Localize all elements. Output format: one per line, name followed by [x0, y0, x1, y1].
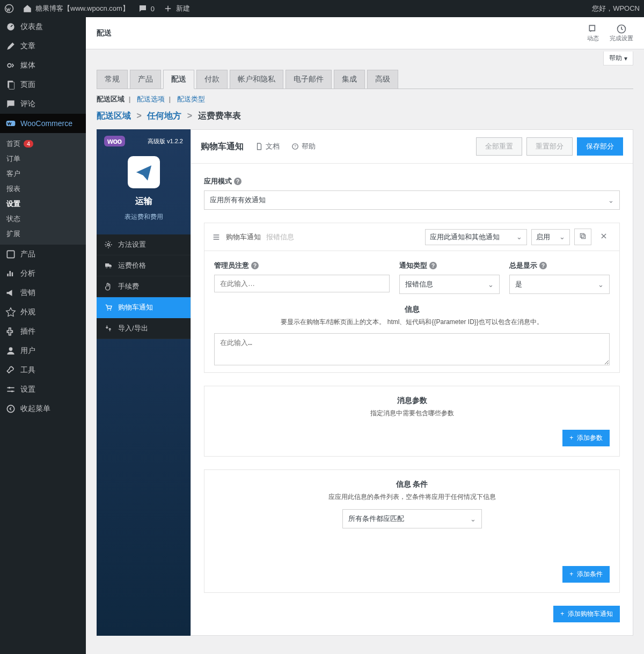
admin-menu: 仪表盘 文章 媒体 页面 评论 WooCommerce 首页4 订单 客户 报表… [0, 17, 86, 654]
svg-point-12 [7, 405, 14, 412]
reset-all-button[interactable]: 全部重置 [476, 137, 522, 156]
apply-mode-select[interactable]: 应用所有有效通知⌄ [204, 190, 620, 210]
help-link[interactable]: ?帮助 [291, 142, 316, 151]
docs-link[interactable]: 文档 [255, 142, 280, 151]
menu-posts[interactable]: 文章 [0, 36, 86, 56]
menu-products[interactable]: 产品 [0, 245, 86, 264]
help-icon[interactable]: ? [429, 262, 437, 269]
menu-marketing[interactable]: 营销 [0, 283, 86, 303]
nav-method-settings[interactable]: 方法设置 [97, 234, 191, 255]
chevron-down-icon: ⌄ [559, 233, 565, 241]
truck-icon [104, 261, 113, 270]
admin-note-input[interactable] [214, 275, 390, 292]
menu-pages[interactable]: 页面 [0, 75, 86, 94]
tab-integration[interactable]: 集成 [334, 70, 365, 89]
duplicate-button[interactable] [574, 229, 591, 245]
site-home-link[interactable]: 糖果博客【www.wpocn.com】 [23, 4, 129, 13]
submenu-home[interactable]: 首页4 [0, 136, 86, 151]
tab-advanced[interactable]: 高级 [367, 70, 398, 89]
svg-point-16 [109, 267, 111, 268]
delete-button[interactable] [596, 229, 612, 245]
menu-collapse[interactable]: 收起菜单 [0, 399, 86, 418]
svg-point-11 [11, 391, 13, 392]
tab-products[interactable]: 产品 [130, 70, 161, 89]
menu-settings[interactable]: 设置 [0, 380, 86, 399]
menu-plugins[interactable]: 插件 [0, 322, 86, 341]
nav-handling-fees[interactable]: 手续费 [97, 276, 191, 297]
add-condition-button[interactable]: + 添加条件 [562, 566, 610, 583]
svg-point-17 [107, 310, 108, 311]
copy-icon [579, 232, 587, 240]
tab-emails[interactable]: 电子邮件 [286, 70, 332, 89]
svg-text:?: ? [294, 144, 296, 148]
woo-badge: woo [104, 136, 125, 146]
breadcrumb-current: 运费费率表 [198, 111, 241, 120]
menu-woocommerce[interactable]: WooCommerce [0, 114, 86, 133]
subtab-classes[interactable]: 配送类型 [177, 95, 205, 103]
nav-import-export[interactable]: 导入/导出 [97, 318, 191, 339]
notice-enable-select[interactable]: 启用⌄ [531, 229, 570, 245]
add-param-button[interactable]: + 添加参数 [562, 430, 610, 446]
conditions-match-select[interactable]: 所有条件都应匹配⌄ [342, 509, 482, 528]
menu-appearance[interactable]: 外观 [0, 303, 86, 322]
notice-apply-select[interactable]: 应用此通知和其他通知⌄ [425, 229, 527, 245]
subtab-options[interactable]: 配送选项 [137, 95, 165, 103]
svg-rect-9 [7, 391, 14, 392]
user-greeting[interactable]: 您好，WPOCN [592, 4, 640, 13]
reset-section-button[interactable]: 重置部分 [526, 137, 573, 156]
breadcrumb-zones[interactable]: 配送区域 [97, 111, 131, 120]
gear-icon [104, 240, 113, 249]
svg-point-18 [110, 310, 111, 311]
comments-link[interactable]: 0 [138, 4, 155, 13]
submenu-settings[interactable]: 设置 [0, 196, 86, 211]
submenu-reports[interactable]: 报表 [0, 181, 86, 196]
shipping-subtabs: 配送区域 | 配送选项 | 配送类型 [86, 89, 644, 107]
help-tab-button[interactable]: 帮助 ▾ [603, 52, 633, 65]
question-icon: ? [291, 143, 299, 150]
menu-analytics[interactable]: 分析 [0, 264, 86, 283]
plugin-sidebar: woo 高级版 v1.2.2 运输 表运费和费用 方法设置 运费价格 手续费 购… [97, 129, 191, 636]
conditions-heading: 信息 条件 [214, 480, 610, 489]
subtab-zones[interactable]: 配送区域 [97, 95, 125, 103]
nav-shipping-rates[interactable]: 运费价格 [97, 255, 191, 276]
breadcrumb-anywhere[interactable]: 任何地方 [147, 111, 181, 120]
activity-button[interactable]: 动态 [587, 24, 599, 42]
tab-shipping[interactable]: 配送 [163, 70, 194, 89]
chevron-down-icon: ⌄ [598, 281, 604, 289]
tab-accounts[interactable]: 帐户和隐私 [230, 70, 283, 89]
menu-comments[interactable]: 评论 [0, 94, 86, 114]
add-cart-notice-button[interactable]: + 添加购物车通知 [553, 606, 620, 622]
plugin-version: 高级版 v1.2.2 [148, 137, 183, 145]
always-show-select[interactable]: 是⌄ [509, 275, 610, 294]
woocommerce-submenu: 首页4 订单 客户 报表 设置 状态 扩展 [0, 133, 86, 245]
plugin-content: 购物车通知 文档 ?帮助 全部重置 重置部分 保存部分 应用模式? 应用所有有效… [191, 129, 633, 636]
finish-setup-button[interactable]: 完成设置 [610, 24, 633, 42]
admin-note-label: 管理员注意? [214, 261, 390, 270]
chevron-down-icon: ⌄ [488, 281, 494, 289]
tab-general[interactable]: 常规 [97, 70, 128, 89]
section-heading: 购物车通知 [201, 141, 244, 152]
import-export-icon [104, 324, 113, 333]
save-section-button[interactable]: 保存部分 [577, 137, 623, 156]
admin-bar: 糖果博客【www.wpocn.com】 0 新建 您好，WPOCN [0, 0, 644, 17]
new-content-link[interactable]: 新建 [163, 4, 190, 13]
menu-tools[interactable]: 工具 [0, 361, 86, 380]
drag-handle-icon[interactable] [212, 233, 221, 241]
main-content: 配送 动态 完成设置 帮助 ▾ 常规 产品 配送 付款 帐户和隐私 电子邮件 集… [86, 17, 644, 654]
wp-logo[interactable] [4, 4, 14, 13]
notice-section-subtitle: 报错信息 [266, 232, 294, 242]
help-icon[interactable]: ? [251, 262, 259, 269]
nav-cart-notices[interactable]: 购物车通知 [97, 297, 191, 318]
menu-media[interactable]: 媒体 [0, 56, 86, 75]
help-icon[interactable]: ? [539, 262, 547, 269]
menu-users[interactable]: 用户 [0, 341, 86, 361]
submenu-customers[interactable]: 客户 [0, 166, 86, 181]
submenu-orders[interactable]: 订单 [0, 151, 86, 166]
info-textarea[interactable] [214, 333, 610, 365]
submenu-status[interactable]: 状态 [0, 211, 86, 226]
tab-payments[interactable]: 付款 [196, 70, 228, 89]
submenu-extensions[interactable]: 扩展 [0, 226, 86, 241]
help-icon[interactable]: ? [234, 178, 241, 185]
notice-type-select[interactable]: 报错信息⌄ [399, 275, 500, 294]
menu-dashboard[interactable]: 仪表盘 [0, 17, 86, 36]
